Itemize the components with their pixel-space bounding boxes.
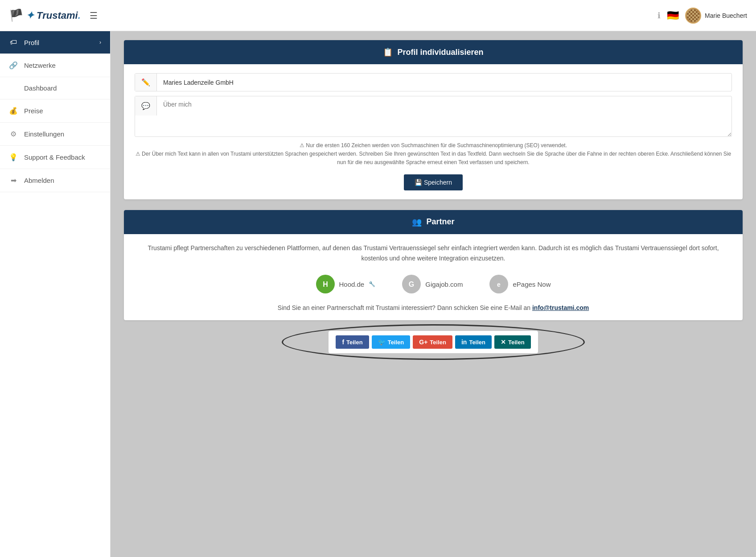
sidebar-item-netzwerke[interactable]: 🔗 Netzwerke (0, 54, 110, 77)
name-input[interactable] (157, 74, 731, 91)
hood-name: Hood.de (339, 281, 365, 288)
wrench-icon: 🔧 (369, 281, 375, 287)
logo-bird-icon: 🏴 (9, 8, 23, 22)
hood-logo: H (316, 275, 335, 293)
sidebar-item-preise[interactable]: 💰 Preise (0, 99, 110, 123)
facebook-label: Teilen (346, 339, 363, 346)
warning2-text: ⚠ Der Über mich Text kann in allen von T… (136, 151, 731, 165)
contact-email-link[interactable]: info@trustami.com (532, 304, 589, 311)
sidebar-item-abmelden[interactable]: ➡ Abmelden (0, 169, 110, 192)
sidebar-label-dashboard: Dashboard (24, 84, 101, 92)
gigajob-name: Gigajob.com (425, 281, 463, 288)
main-layout: 🏷 Profil › 🔗 Netzwerke Dashboard 💰 Preis… (0, 31, 756, 557)
header: 🏴 ✦ Trustami. ☰ ℹ 🇩🇪 Marie Buechert (0, 0, 756, 31)
svg-text:G: G (409, 281, 414, 288)
hamburger-menu-icon[interactable]: ☰ (90, 10, 98, 21)
user-avatar[interactable]: Marie Buechert (685, 8, 747, 24)
info-icon[interactable]: ℹ (657, 11, 661, 21)
sidebar-item-einstellungen[interactable]: ⚙ Einstellungen (0, 123, 110, 146)
partner-gigajob: G Gigajob.com (402, 275, 463, 293)
share-section: f Teilen 🐦 Teilen G+ Teilen in Teilen (124, 331, 743, 353)
header-right: ℹ 🇩🇪 Marie Buechert (657, 8, 747, 24)
svg-text:e: e (497, 281, 501, 288)
about-textarea-row: 💬 (135, 96, 732, 137)
edit-icon: ✏️ (135, 74, 157, 91)
profil-header-icon: 📋 (383, 47, 393, 57)
about-textarea[interactable] (157, 96, 731, 136)
sidebar-label-profil: Profil (24, 39, 93, 46)
epages-logo-svg: e (493, 278, 505, 290)
sidebar-item-profil[interactable]: 🏷 Profil › (0, 31, 110, 54)
partners-row: H Hood.de 🔧 G Gigajob.c (135, 275, 732, 293)
sidebar-item-dashboard[interactable]: Dashboard (0, 77, 110, 99)
einstellungen-icon: ⚙ (9, 130, 18, 138)
language-flag-icon[interactable]: 🇩🇪 (667, 10, 679, 21)
netzwerke-icon: 🔗 (9, 61, 18, 70)
contact-prefix: Sind Sie an einer Partnerschaft mit Trus… (278, 304, 530, 311)
abmelden-icon: ➡ (9, 176, 18, 185)
sidebar-label-support: Support & Feedback (24, 153, 101, 161)
chevron-right-icon: › (99, 39, 101, 45)
save-button[interactable]: 💾 Speichern (404, 174, 463, 190)
save-icon: 💾 (415, 179, 422, 186)
preise-icon: 💰 (9, 107, 18, 115)
sidebar-item-support[interactable]: 💡 Support & Feedback (0, 146, 110, 169)
epages-logo: e (489, 275, 508, 293)
share-google-button[interactable]: G+ Teilen (413, 335, 452, 349)
linkedin-icon: in (461, 338, 467, 346)
profil-card-header: 📋 Profil individualisieren (124, 40, 743, 64)
google-label: Teilen (430, 339, 446, 346)
share-buttons-container: f Teilen 🐦 Teilen G+ Teilen in Teilen (329, 331, 538, 353)
xing-icon: ✕ (501, 338, 506, 346)
partner-card: 👥 Partner Trustami pflegt Partnerschafte… (124, 210, 743, 321)
epages-name: ePages Now (513, 281, 551, 288)
sidebar-label-preise: Preise (24, 107, 101, 115)
linkedin-label: Teilen (469, 339, 485, 346)
gigajob-logo: G (402, 275, 421, 293)
partner-header-icon: 👥 (412, 217, 422, 227)
partner-card-header: 👥 Partner (124, 210, 743, 234)
share-facebook-button[interactable]: f Teilen (336, 335, 369, 349)
partner-description: Trustami pflegt Partnerschaften zu versc… (135, 243, 732, 264)
warning-text: ⚠ Nur die ersten 160 Zeichen werden von … (135, 141, 732, 167)
partner-epages: e ePages Now (489, 275, 551, 293)
gigajob-logo-svg: G (405, 278, 418, 290)
facebook-icon: f (342, 338, 344, 346)
main-content: 📋 Profil individualisieren ✏️ 💬 ⚠ Nur di… (111, 31, 756, 557)
profil-card-body: ✏️ 💬 ⚠ Nur die ersten 160 Zeichen werden… (124, 64, 743, 199)
share-linkedin-button[interactable]: in Teilen (455, 335, 492, 349)
save-label: Speichern (424, 179, 452, 186)
comment-icon: 💬 (135, 96, 157, 116)
profil-header-title: Profil individualisieren (397, 48, 483, 57)
name-input-row: ✏️ (135, 73, 732, 91)
xing-label: Teilen (508, 339, 525, 346)
profil-icon: 🏷 (9, 38, 18, 46)
partner-card-body: Trustami pflegt Partnerschaften zu versc… (124, 234, 743, 321)
warning1-text: ⚠ Nur die ersten 160 Zeichen werden von … (300, 142, 567, 149)
support-icon: 💡 (9, 153, 18, 161)
sidebar-label-abmelden: Abmelden (24, 177, 101, 184)
sidebar-label-netzwerke: Netzwerke (24, 62, 101, 69)
header-left: 🏴 ✦ Trustami. ☰ (9, 8, 98, 22)
hood-logo-svg: H (319, 278, 332, 290)
partner-contact-text: Sind Sie an einer Partnerschaft mit Trus… (135, 304, 732, 311)
profil-card: 📋 Profil individualisieren ✏️ 💬 ⚠ Nur di… (124, 40, 743, 199)
twitter-label: Teilen (388, 339, 404, 346)
sidebar-label-einstellungen: Einstellungen (24, 130, 101, 138)
avatar-image (685, 8, 701, 24)
share-twitter-button[interactable]: 🐦 Teilen (372, 335, 411, 349)
partner-header-title: Partner (426, 217, 454, 227)
partner-hood: H Hood.de 🔧 (316, 275, 376, 293)
sidebar: 🏷 Profil › 🔗 Netzwerke Dashboard 💰 Preis… (0, 31, 111, 557)
google-icon: G+ (419, 338, 427, 346)
share-xing-button[interactable]: ✕ Teilen (494, 335, 531, 349)
logo[interactable]: 🏴 ✦ Trustami. (9, 8, 81, 22)
svg-text:H: H (323, 281, 328, 288)
twitter-icon: 🐦 (378, 338, 386, 346)
user-name-label: Marie Buechert (705, 12, 747, 19)
logo-text: ✦ Trustami. (26, 10, 81, 21)
avatar-pattern (687, 9, 699, 22)
